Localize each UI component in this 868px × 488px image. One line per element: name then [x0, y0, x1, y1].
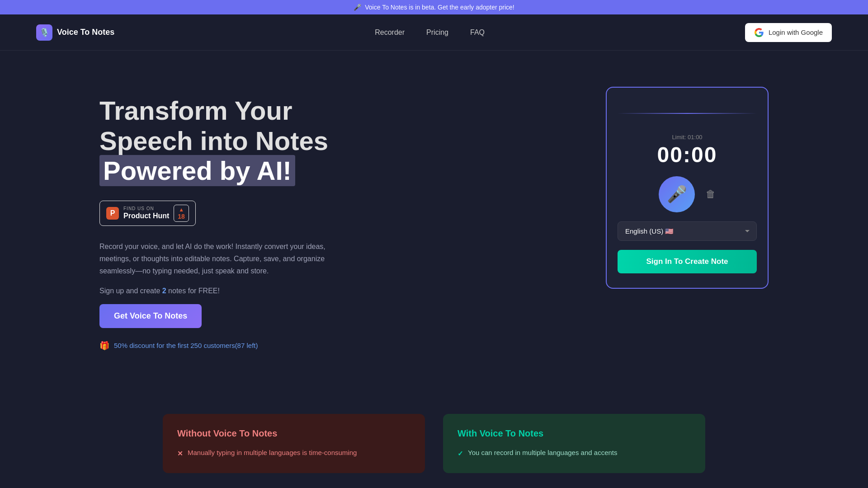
logo-icon: 🎙️ [36, 24, 52, 41]
recorder-card: Limit: 01:00 00:00 🎤 🗑 English (US) 🇺🇸 S… [606, 87, 769, 289]
with-title: With Voice To Notes [458, 428, 691, 439]
hero-title: Transform Your Speech into Notes Powered… [99, 96, 570, 186]
hero-description: Record your voice, and let AI do the wor… [99, 240, 335, 277]
with-check-icon: ✓ [458, 449, 463, 459]
without-card: Without Voice To Notes ✕ Manually typing… [163, 414, 425, 474]
without-item-text-0: Manually typing in multiple languages is… [188, 448, 357, 458]
timer-limit: Limit: 01:00 [657, 134, 717, 141]
logo-area: 🎙️ Voice To Notes [36, 24, 114, 41]
trash-icon: 🗑 [706, 188, 716, 200]
language-select[interactable]: English (US) 🇺🇸 Spanish (ES) 🇪🇸 French (… [618, 221, 757, 241]
hero-title-line3: Powered by AI! [99, 155, 295, 186]
without-x-icon: ✕ [177, 449, 183, 459]
comparison-section: Without Voice To Notes ✕ Manually typing… [0, 387, 868, 488]
discount-icon: 🎁 [99, 341, 109, 351]
ph-name-label: Product Hunt [123, 211, 169, 220]
timer-display: 00:00 [657, 142, 717, 167]
ph-count: 18 [178, 213, 185, 220]
discount-text: 50% discount for the first 250 customers… [114, 342, 258, 349]
ph-text-area: FIND US ON Product Hunt [123, 206, 169, 220]
sign-in-create-button[interactable]: Sign In To Create Note [618, 250, 757, 273]
ph-arrow: ▲ [179, 206, 184, 213]
nav-recorder[interactable]: Recorder [375, 28, 405, 37]
timer-area: Limit: 01:00 00:00 [657, 134, 717, 167]
waveform-area [618, 102, 757, 125]
product-hunt-badge[interactable]: P FIND US ON Product Hunt ▲ 18 [99, 201, 196, 226]
login-button-label: Login with Google [769, 28, 823, 36]
discount-banner: 🎁 50% discount for the first 250 custome… [99, 341, 570, 351]
waveform-line [618, 113, 757, 114]
logo-text: Voice To Notes [57, 28, 114, 37]
without-title: Without Voice To Notes [177, 428, 410, 439]
ph-find-label: FIND US ON [123, 206, 169, 211]
hero-desc-text: Record your voice, and let AI do the wor… [99, 243, 326, 275]
free-suffix: notes for FREE! [166, 287, 220, 295]
header: 🎙️ Voice To Notes Recorder Pricing FAQ L… [0, 14, 868, 51]
with-item-0: ✓ You can record in multiple languages a… [458, 448, 691, 459]
ph-logo: P [106, 207, 119, 220]
top-banner: 🎤 Voice To Notes is in beta. Get the ear… [0, 0, 868, 14]
google-icon [754, 28, 764, 38]
without-item-0: ✕ Manually typing in multiple languages … [177, 448, 410, 459]
banner-text: Voice To Notes is in beta. Get the early… [365, 4, 514, 11]
free-prefix: Sign up and create [99, 287, 162, 295]
with-item-text-0: You can record in multiple languages and… [468, 448, 618, 458]
hero-title-line2: Speech into Notes [99, 126, 328, 155]
nav-pricing[interactable]: Pricing [426, 28, 448, 37]
trash-button[interactable]: 🗑 [706, 188, 716, 200]
mic-icon: 🎤 [667, 185, 687, 204]
mic-button[interactable]: 🎤 [659, 176, 695, 212]
nav-links: Recorder Pricing FAQ [375, 28, 485, 37]
banner-mic-icon: 🎤 [354, 4, 361, 11]
hero-title-line1: Transform Your [99, 96, 292, 125]
hero-section: Transform Your Speech into Notes Powered… [0, 51, 868, 387]
get-voice-button[interactable]: Get Voice To Notes [99, 304, 202, 328]
with-card: With Voice To Notes ✓ You can record in … [443, 414, 705, 474]
mic-row: 🎤 🗑 [618, 176, 757, 212]
nav-faq[interactable]: FAQ [470, 28, 485, 37]
login-button[interactable]: Login with Google [745, 23, 832, 42]
ph-vote-area: ▲ 18 [174, 205, 189, 222]
hero-free-note: Sign up and create 2 notes for FREE! [99, 285, 335, 297]
free-count: 2 [162, 287, 166, 295]
hero-left: Transform Your Speech into Notes Powered… [99, 87, 570, 351]
